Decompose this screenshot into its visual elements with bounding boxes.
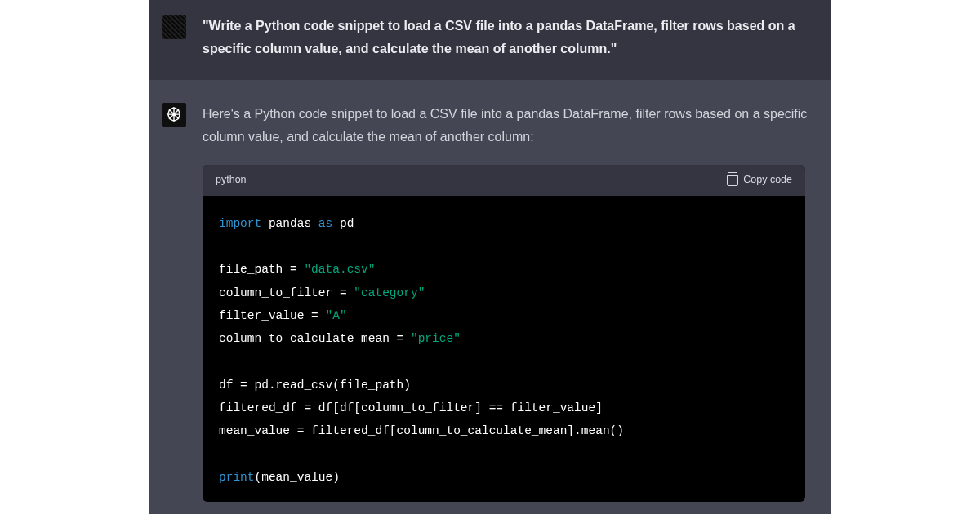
code-token: pd (332, 217, 354, 230)
code-token: as (318, 217, 332, 230)
assistant-message-row: Here's a Python code snippet to load a C… (149, 80, 831, 514)
code-token: import (219, 217, 261, 230)
openai-logo-icon (165, 106, 183, 124)
code-token: filtered_df = df[df[column_to_filter] ==… (219, 401, 603, 414)
code-token: "A" (326, 309, 347, 322)
code-block: python Copy code import pandas as pd fil… (203, 165, 805, 502)
code-token: filter_value = (219, 309, 326, 322)
assistant-message-text: Here's a Python code snippet to load a C… (203, 103, 808, 148)
code-token: "category" (354, 286, 425, 299)
user-message-content: "Write a Python code snippet to load a C… (203, 15, 831, 60)
code-token: "data.csv" (304, 263, 375, 276)
user-message-text: "Write a Python code snippet to load a C… (203, 19, 795, 55)
code-token: mean_value = filtered_df[column_to_calcu… (219, 424, 624, 437)
code-token: (mean_value) (255, 471, 340, 484)
code-token: "price" (411, 332, 461, 345)
code-token: pandas (261, 217, 318, 230)
chat-container: "Write a Python code snippet to load a C… (149, 0, 831, 514)
code-block-header: python Copy code (203, 165, 805, 196)
copy-code-label: Copy code (743, 171, 792, 189)
code-token: print (219, 471, 255, 484)
code-token: column_to_filter = (219, 286, 354, 299)
code-language-label: python (216, 171, 247, 189)
clipboard-icon (727, 175, 738, 186)
assistant-message-content: Here's a Python code snippet to load a C… (203, 103, 831, 514)
code-content[interactable]: import pandas as pd file_path = "data.cs… (203, 196, 805, 502)
copy-code-button[interactable]: Copy code (727, 171, 792, 189)
code-token: df = pd.read_csv(file_path) (219, 379, 411, 392)
assistant-avatar (162, 103, 186, 127)
user-avatar (162, 15, 186, 39)
user-message-row: "Write a Python code snippet to load a C… (149, 0, 831, 80)
code-token: file_path = (219, 263, 304, 276)
code-token: column_to_calculate_mean = (219, 332, 411, 345)
